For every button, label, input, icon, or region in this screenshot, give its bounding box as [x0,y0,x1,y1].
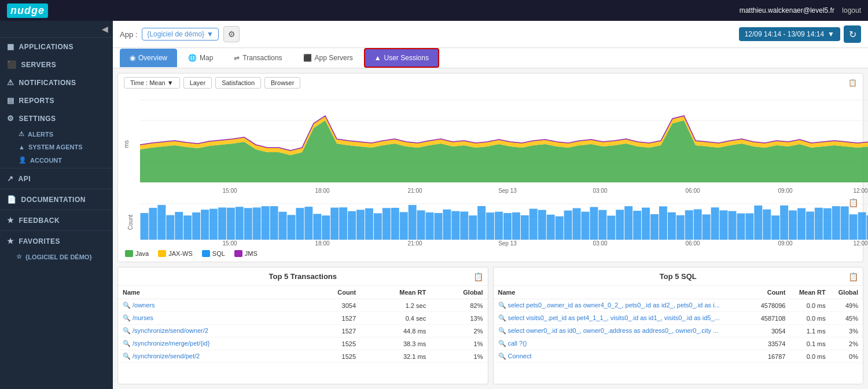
sql-name[interactable]: 🔍Connect [494,350,752,363]
app-servers-icon: ⬛ [303,54,312,62]
top5-sql-header: Top 5 SQL 📋 [494,267,863,286]
sidebar-item-label: API [19,175,31,183]
sidebar-item-label: SYSTEM AGENTS [28,144,83,151]
svg-rect-33 [183,215,192,240]
sql-mean-rt: 0.0 ms [790,350,830,363]
tab-map[interactable]: 🌐 Map [178,49,223,67]
sidebar-item-feedback[interactable]: ★ FEEDBACK [0,211,113,229]
browser-button[interactable]: Browser [264,77,300,89]
sidebar-item-favorites[interactable]: ★ FAVORITES [0,232,113,250]
top5-transactions-panel: Top 5 Transactions 📋 Name Count Mean RT … [117,267,488,384]
jms-label: JMS [245,250,258,257]
table-row[interactable]: 🔍/owners 3054 1.2 sec 82% [118,299,488,312]
app-header-right: 12/09 14:14 - 13/09 14:14 ▼ ↻ [739,25,861,43]
top5-transactions-table: Name Count Mean RT Global 🔍/owners 3054 … [118,286,488,363]
sidebar-item-api[interactable]: ↗ API [0,170,113,188]
sidebar-item-documentation[interactable]: 📄 DOCUMENTATION [0,190,113,208]
svg-text:09:00: 09:00 [778,188,792,194]
svg-rect-29 [149,208,157,240]
sql-copy-icon[interactable]: 📋 [848,272,858,281]
collapse-button[interactable]: ◀ [102,24,108,34]
tx-name[interactable]: 🔍/synchronize/send/pet/2 [118,350,307,363]
tx-mean-rt: 1.2 sec [361,299,431,312]
sidebar-item-system-agents[interactable]: ▲ SYSTEM AGENTS [0,141,113,153]
svg-rect-64 [451,211,459,240]
sidebar-item-alerts[interactable]: ⚠ ALERTS [0,127,113,141]
sidebar-item-settings[interactable]: ⚙ SETTINGS [0,109,113,127]
svg-rect-56 [382,208,391,240]
overview-icon: ◉ [130,54,135,62]
tx-mean-rt: 0.4 sec [361,312,431,325]
transactions-icon: ⇌ [234,54,240,62]
table-row[interactable]: 🔍/synchronize/send/owner/2 1527 44.8 ms … [118,325,488,337]
svg-rect-103 [789,210,797,240]
tx-name[interactable]: 🔍/synchronize/send/owner/2 [118,325,307,337]
gear-button[interactable]: ⚙ [223,26,240,42]
sql-name[interactable]: 🔍call ?() [494,337,752,350]
svg-text:Sep 13: Sep 13 [498,188,517,194]
sidebar-item-notifications[interactable]: ⚠ NOTIFICATIONS [0,74,113,91]
table-row[interactable]: 🔍call ?() 33574 0.1 ms 2% [494,337,863,350]
logout-link[interactable]: logout [842,6,861,14]
svg-rect-75 [547,215,555,240]
table-row[interactable]: 🔍/nurses 1527 0.4 sec 13% [118,312,488,325]
table-row[interactable]: 🔍select pets0_.owner_id as owner4_0_2_, … [494,299,863,312]
svg-rect-102 [780,205,788,240]
sql-name[interactable]: 🔍select visits0_.pet_id as pet4_1_1_, vi… [494,312,752,325]
svg-rect-50 [330,208,339,240]
sidebar-item-servers[interactable]: ⬛ SERVERS [0,56,113,74]
bar-chart: 300 200 100 0 15:00 18:00 [140,200,868,247]
tab-user-sessions[interactable]: ▲ User Sessions [364,48,439,68]
table-row[interactable]: 🔍/synchronize/merge/pet/{id} 1525 38.3 m… [118,337,488,350]
sql-mean-rt: 0.1 ms [790,337,830,350]
tx-name[interactable]: 🔍/nurses [118,312,307,325]
table-row[interactable]: 🔍Connect 16787 0.0 ms 0% [494,350,863,363]
tx-name[interactable]: 🔍/synchronize/merge/pet/{id} [118,337,307,350]
table-row[interactable]: 🔍select owner0_.id as id0_, owner0_.addr… [494,325,863,337]
chart1-copy-icon[interactable]: 📋 [848,79,857,87]
sidebar-collapse: ◀ [0,21,113,38]
app-header: App : {Logiciel de démo} ▼ ⚙ 12/09 14:14… [113,21,868,48]
tx-name[interactable]: 🔍/owners [118,299,307,312]
chart2-wrap: 📋 300 200 100 0 [118,198,863,247]
date-dropdown-icon: ▼ [827,30,834,38]
svg-text:18:00: 18:00 [315,240,329,247]
sql-name[interactable]: 🔍select owner0_.id as id0_, owner0_.addr… [494,325,752,337]
sql-name[interactable]: 🔍select pets0_.owner_id as owner4_0_2_, … [494,299,752,312]
sql-mean-rt: 1.1 ms [790,325,830,337]
tab-app-servers[interactable]: ⬛ App Servers [293,49,363,67]
table-row[interactable]: 🔍/synchronize/send/pet/2 1525 32.1 ms 1% [118,350,488,363]
chart1-wrap: 400 300 200 100 0 [118,92,863,196]
svg-rect-76 [556,216,564,240]
area-chart: 400 300 200 100 0 [140,94,868,196]
time-mean-button[interactable]: Time : Mean ▼ [124,77,180,89]
sidebar-item-reports[interactable]: ▤ REPORTS [0,91,113,109]
tab-overview[interactable]: ◉ Overview [120,49,177,67]
svg-rect-86 [642,208,650,240]
table-row[interactable]: 🔍select visits0_.pet_id as pet4_1_1_, vi… [494,312,863,325]
tx-global: 1% [431,337,487,350]
tabs-bar: ◉ Overview 🌐 Map ⇌ Transactions ⬛ App Se… [113,48,868,68]
sql-count: 16787 [752,350,790,363]
date-range-selector[interactable]: 12/09 14:14 - 13/09 14:14 ▼ [739,27,840,41]
account-icon: 👤 [19,156,27,164]
tab-transactions[interactable]: ⇌ Transactions [224,49,292,67]
chart-legend: Java JAX-WS SQL JMS [118,247,863,262]
chart2-copy-icon[interactable]: 📋 [848,198,858,207]
layer-button[interactable]: Layer [183,77,212,89]
sidebar-item-logiciel-demo[interactable]: ☆ {Logiciel de démo} [0,250,113,263]
svg-rect-89 [668,212,676,240]
sidebar-item-account[interactable]: 👤 ACCOUNT [0,153,113,167]
transactions-copy-icon[interactable]: 📋 [473,272,483,281]
svg-rect-43 [270,206,278,240]
logo: nudge [7,3,48,18]
notifications-icon: ⚠ [7,78,14,87]
tx-global: 2% [431,325,487,337]
sidebar-item-applications[interactable]: ▦ APPLICATIONS [0,38,113,56]
satisfaction-button[interactable]: Satisfaction [215,77,261,89]
refresh-button[interactable]: ↻ [844,25,861,43]
app-selector[interactable]: {Logiciel de démo} ▼ [142,28,219,41]
svg-rect-60 [417,210,425,240]
java-label: Java [135,250,149,257]
svg-rect-84 [624,206,632,240]
